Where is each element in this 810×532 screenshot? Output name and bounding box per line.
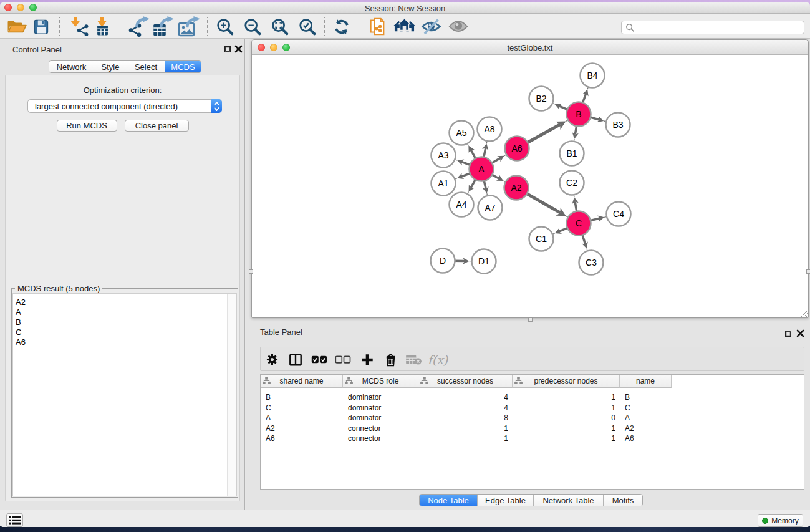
memory-status-dot [762,518,768,524]
open-folder-button[interactable] [4,16,28,37]
mcds-result-item[interactable]: A2 [13,297,236,307]
dropdown-stepper-icon [211,99,222,113]
toolbar-separator [120,17,120,36]
toolbar-separator [59,17,60,36]
table-row[interactable]: Cdominator41C [261,403,672,413]
resize-grip-icon[interactable] [800,309,808,317]
mcds-result-list[interactable]: A2ABCA6 [12,293,237,496]
column-header-label: successor nodes [437,377,493,385]
table-cell: dominator [343,413,418,423]
show-eye-button[interactable] [446,16,470,37]
column-header-predecessor-nodes[interactable]: predecessor nodes [513,375,620,388]
tab-select[interactable]: Select [127,61,165,72]
tab-style[interactable]: Style [94,61,127,72]
task-history-button[interactable] [6,513,23,527]
table-row[interactable]: Adominator80A [261,413,672,423]
close-panel-icon[interactable] [234,45,243,53]
mcds-result-item[interactable]: A [13,307,236,317]
tab-node-table[interactable]: Node Table [420,495,478,506]
run-mcds-button[interactable]: Run MCDS [57,120,117,132]
mcds-result-item[interactable]: A6 [13,337,236,347]
mcds-result-title: MCDS result (5 nodes) [15,284,102,293]
resize-handle-bottom[interactable] [528,317,533,322]
column-header-label: shared name [279,377,323,385]
zoom-in-button[interactable] [213,16,237,37]
zoom-out-button[interactable] [241,16,264,37]
export-network-button[interactable] [127,16,150,37]
tab-network-table[interactable]: Network Table [534,495,604,506]
tab-motifs[interactable]: Motifs [604,495,642,506]
select-all-icon [311,355,327,364]
gear-button[interactable] [261,349,282,370]
zoom-fit-button[interactable] [268,16,292,37]
close-panel-icon[interactable] [796,329,804,337]
column-header-name[interactable]: name [620,375,672,388]
table-cell: A6 [261,433,343,443]
main-content-area: Control Panel NetworkStyleSelectMCDS Opt… [0,39,810,510]
table-row[interactable]: A6connector11A6 [261,433,672,443]
toolbar-separator [207,17,208,36]
select-all-button[interactable] [309,349,330,370]
tab-network[interactable]: Network [49,61,94,72]
export-image-button[interactable] [177,16,201,37]
fx-icon: f(x) [428,353,448,367]
column-split-button[interactable] [285,349,306,370]
float-panel-icon[interactable] [224,46,231,52]
search-input[interactable] [637,23,804,32]
save-button[interactable] [29,16,53,37]
networks-home-button[interactable] [392,16,416,37]
export-table-icon [152,16,174,37]
export-table-button[interactable] [151,16,175,37]
toolbar-separator [360,17,360,36]
table-delete-button[interactable] [403,349,424,370]
table-row[interactable]: A2connector11A2 [261,423,672,433]
export-network-icon [127,16,150,37]
optimization-criterion-dropdown[interactable]: largest connected component (directed) [27,99,222,113]
fx-button[interactable]: f(x) [427,349,448,370]
scrollbar-track[interactable] [227,294,236,496]
mcds-result-item[interactable]: B [13,317,236,327]
delete-column-button[interactable] [380,349,401,370]
table-cell: A2 [620,423,672,433]
table-cell: C [261,403,343,413]
title-bar[interactable]: Session: New Session [0,2,810,14]
tab-edge-table[interactable]: Edge Table [478,495,534,506]
import-table-button[interactable] [91,16,115,37]
column-header-MCDS-role[interactable]: MCDS role [343,375,418,388]
float-panel-icon[interactable] [785,331,791,337]
close-panel-button[interactable]: Close panel [125,120,189,132]
table-panel-title: Table Panel [260,327,302,337]
mcds-tab-content: Optimization criterion: largest connecte… [5,75,240,501]
control-panel: Control Panel NetworkStyleSelectMCDS Opt… [0,39,245,510]
graph-node-label: D1 [478,256,489,266]
unselect-all-button[interactable] [332,349,354,370]
network-canvas[interactable]: AA1A2A3A4A5A6A7A8BB1B2B3B4CC1C2C3C4DD1 [252,56,808,318]
network-workspace: testGlobe.txt AA1A2A3A4A5A6A7A8BB1B2B3B4… [246,39,810,510]
resize-handle-left[interactable] [249,269,253,274]
hide-eye-button[interactable] [419,16,443,37]
window-title: Session: New Session [0,4,810,13]
tab-mcds[interactable]: MCDS [165,61,201,72]
graph-node-label: A4 [456,200,466,210]
column-header-successor-nodes[interactable]: successor nodes [418,375,513,388]
column-header-shared-name[interactable]: shared name [261,375,343,388]
dropdown-value: largest connected component (directed) [28,102,211,111]
table-cell: connector [343,423,418,433]
control-panel-tabs: NetworkStyleSelectMCDS [49,60,201,73]
import-network-button[interactable] [67,16,91,37]
add-column-button[interactable] [357,349,378,370]
duplicate-network-button[interactable] [365,16,389,37]
refresh-button[interactable] [330,16,354,37]
search-box[interactable] [621,21,804,34]
table-row[interactable]: Bdominator41B [261,392,672,402]
memory-label: Memory [771,516,798,525]
mcds-result-item[interactable]: C [13,327,236,337]
zoom-selected-button[interactable] [296,16,319,37]
memory-button[interactable]: Memory [758,514,803,527]
node-table[interactable]: shared nameMCDS rolesuccessor nodesprede… [260,374,804,490]
network-window-titlebar[interactable]: testGlobe.txt [252,40,808,55]
app-window: Session: New Session Control Panel Netwo… [0,2,810,527]
resize-handle-right[interactable] [806,269,810,274]
import-table-icon [92,17,113,37]
mcds-result-groupbox: MCDS result (5 nodes) A2ABCA6 [11,288,238,498]
